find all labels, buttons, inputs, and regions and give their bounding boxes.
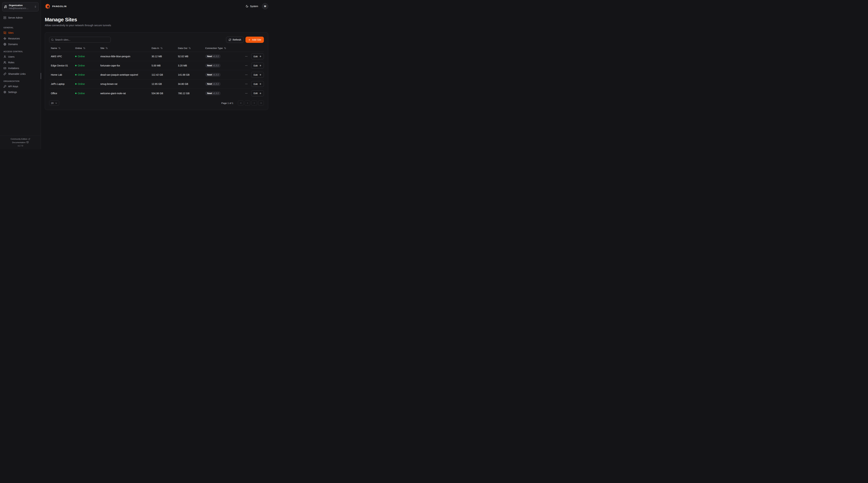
sites-table: Name Online Site Data In Data Out [49,44,264,98]
sort-icon [105,47,108,49]
status-badge: Online [75,73,85,76]
documentation-label: Documentation [12,141,26,143]
sidebar-item-invitations[interactable]: Invitations [2,65,38,71]
add-site-button[interactable]: Add Site [245,37,264,43]
column-header-data-out[interactable]: Data Out [176,47,204,50]
sidebar-item-label: Shareable Links [8,72,26,75]
next-page-button[interactable] [251,100,257,106]
org-selector-label: Organization [9,4,23,7]
sidebar-footer: Community Edition Documentation v1.7.0 [0,136,41,149]
cell-data-out: 34.80 GB [176,83,204,85]
building-icon [4,5,7,8]
edit-button[interactable]: Edit [251,90,264,96]
page-size-select[interactable]: 20 [49,100,59,106]
cell-site: fortunate-cape-fox [99,64,150,67]
connection-type-badge: Newtv1.3.2 [205,73,221,77]
status-badge: Online [75,64,85,67]
page-indicator: Page 1 of 1 [221,102,233,104]
connection-type-badge: Newtv1.3.2 [205,64,221,67]
cell-data-out: 52.02 MB [176,55,204,58]
cell-site: vivacious-little-blue-penguin [99,55,150,58]
search-icon [51,38,54,41]
sidebar-resize-handle[interactable] [41,73,41,79]
add-site-label: Add Site [252,38,261,41]
sidebar-item-resources[interactable]: Resources [2,36,38,41]
sidebar-item-sites[interactable]: Sites [2,30,38,36]
row-menu-button[interactable] [245,92,248,95]
chevrons-up-down-icon [34,5,37,8]
moon-icon [246,5,248,8]
cell-data-in: 5.00 MB [150,64,176,67]
cell-name: Edge Device 01 [49,64,73,67]
status-badge: Online [75,55,85,58]
sidebar-item-label: Domains [8,43,18,45]
edit-button[interactable]: Edit [251,72,264,78]
org-selector-value: milo@fossorial.io's ... [9,7,28,9]
column-header-connection-type[interactable]: Connection Type [204,47,244,50]
sort-icon [83,47,85,49]
cell-name: Office [49,92,73,95]
table-body: AWS VPC Online vivacious-little-blue-pen… [49,52,264,98]
refresh-icon [229,38,231,41]
row-menu-button[interactable] [245,82,248,86]
column-header-name[interactable]: Name [49,47,73,50]
pagination: 20 Page 1 of 1 [49,100,264,106]
search-box [49,37,111,43]
last-page-button[interactable] [258,100,264,106]
avatar[interactable]: M [262,3,268,9]
sidebar: Organization milo@fossorial.io's ... Ser… [0,0,41,149]
sidebar-item-label: Roles [8,61,14,64]
column-header-data-in[interactable]: Data In [150,47,176,50]
documentation-link[interactable]: Documentation [12,141,29,143]
first-page-button[interactable] [238,100,244,106]
edit-button[interactable]: Edit [251,54,264,59]
online-dot-icon [75,56,76,57]
external-link-icon [28,138,30,140]
arrow-right-icon [259,83,261,85]
search-input[interactable] [55,38,109,41]
edit-button[interactable]: Edit [251,81,264,87]
book-open-icon [26,141,29,143]
column-header-online[interactable]: Online [73,47,99,50]
cell-data-out: 3.20 MB [176,64,204,67]
org-selector[interactable]: Organization milo@fossorial.io's ... [2,2,38,11]
row-menu-button[interactable] [245,55,248,58]
user-icon [3,55,6,58]
server-icon [3,16,6,19]
sidebar-item-label: Sites [8,31,13,34]
sidebar-item-roles[interactable]: Roles [2,60,38,65]
sort-icon [224,47,226,49]
cell-data-in: 534.98 GB [150,92,176,95]
sidebar-item-shareable-links[interactable]: Shareable Links [2,71,38,77]
theme-toggle[interactable]: System [246,5,258,8]
sidebar-item-domains[interactable]: Domains [2,41,38,47]
sidebar-item-settings[interactable]: Settings [2,89,38,95]
sidebar-item-server-admin[interactable]: Server Admin [2,15,38,21]
row-menu-button[interactable] [245,73,248,76]
sidebar-item-label: Invitations [8,67,19,70]
refresh-button[interactable]: Refresh [226,37,244,43]
brand-logo[interactable]: PANGOLIN [45,3,67,9]
page-subtitle: Allow connectivity to your network throu… [45,24,268,27]
column-header-site[interactable]: Site [99,47,150,50]
chevron-left-icon [246,102,249,104]
sidebar-item-users[interactable]: Users [2,54,38,60]
prev-page-button[interactable] [245,100,250,106]
cell-name: Jeff's Laptop [49,83,73,85]
sidebar-item-label: Resources [8,37,20,40]
sidebar-item-api-keys[interactable]: API Keys [2,84,38,89]
edit-button[interactable]: Edit [251,63,264,68]
community-edition-link[interactable]: Community Edition [10,138,30,140]
ticket-check-icon [3,67,6,70]
chevron-right-icon [253,102,255,104]
sidebar-item-label: Settings [8,91,17,94]
status-badge: Online [75,83,85,85]
theme-label: System [250,5,258,8]
row-menu-button[interactable] [245,64,248,67]
chevrons-left-icon [240,102,242,104]
main-content: PANGOLIN System M Manage Sites Allow con… [41,0,272,149]
topbar: PANGOLIN System M [41,0,272,12]
cell-data-out: 780.12 GB [176,92,204,95]
table-row: Jeff's Laptop Online smug-brown-rat 12.6… [49,79,264,89]
pangolin-logo-icon [45,3,51,9]
